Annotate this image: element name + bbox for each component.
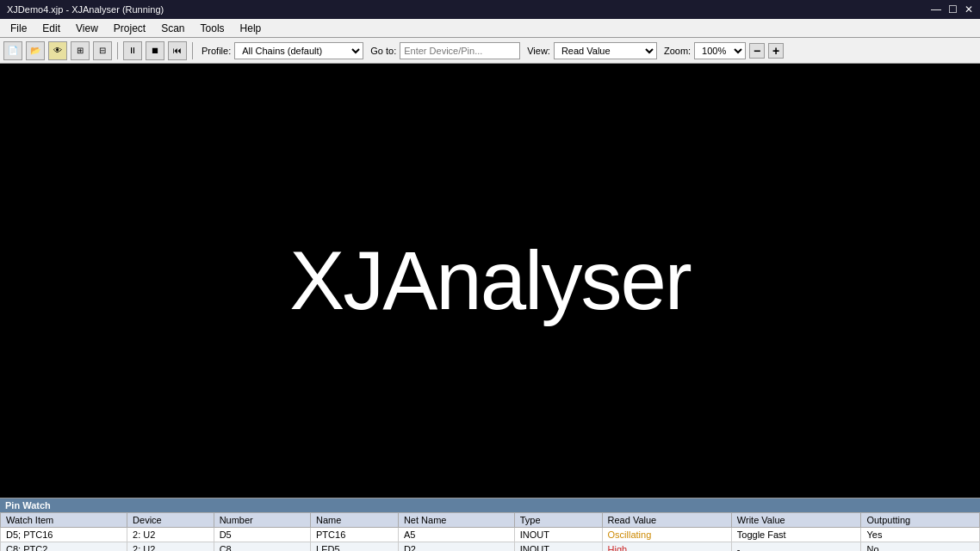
main-area: Chain View ✕ Read Value: High Low Oscill… xyxy=(0,64,980,498)
zoom-select[interactable]: 100% xyxy=(694,42,746,59)
cell-number-1: C8 xyxy=(214,542,310,552)
maximize-btn[interactable]: ☐ xyxy=(948,3,958,15)
menu-view[interactable]: View xyxy=(69,21,105,36)
close-btn[interactable]: ✕ xyxy=(964,3,973,15)
main-toolbar: 📄 📂 👁 ⊞ ⊟ ⏸ ⏹ ⏮ Profile: All Chains (def… xyxy=(0,38,980,64)
goto-label: Go to: xyxy=(370,46,396,56)
pin-watch-panel: Pin Watch Watch Item Device Number Name … xyxy=(0,498,980,551)
pause-btn[interactable]: ⏸ xyxy=(123,41,142,60)
big-overlay: XJAnalyser xyxy=(0,64,980,498)
pin-watch-table: Watch Item Device Number Name Net Name T… xyxy=(0,512,980,551)
col-outputting: Outputting xyxy=(861,513,980,528)
grid-btn[interactable]: ⊟ xyxy=(93,41,112,60)
cell-number-0: D5 xyxy=(214,528,310,542)
app-name-overlay: XJAnalyser xyxy=(289,233,691,328)
cell-name-1: LED5 xyxy=(311,542,399,552)
cell-read_value-0: Oscillating xyxy=(602,528,731,542)
view-label: View: xyxy=(527,46,550,56)
cell-watch_item-1: C8; PTC2 xyxy=(1,542,127,552)
col-number: Number xyxy=(214,513,310,528)
cell-net_name-0: A5 xyxy=(398,528,514,542)
table-row: D5; PTC162: U2D5PTC16A5INOUTOscillatingT… xyxy=(1,528,980,542)
save-btn[interactable]: 👁 xyxy=(48,41,67,60)
cell-outputting-1: No xyxy=(861,542,980,552)
col-net-name: Net Name xyxy=(398,513,514,528)
menubar: File Edit View Project Scan Tools Help xyxy=(0,19,980,38)
cell-name-0: PTC16 xyxy=(311,528,399,542)
menu-file[interactable]: File xyxy=(3,21,34,36)
col-device: Device xyxy=(127,513,214,528)
zoom-label: Zoom: xyxy=(664,46,691,56)
cell-write_value-0: Toggle Fast xyxy=(731,528,861,542)
sep2 xyxy=(192,42,193,59)
cell-watch_item-0: D5; PTC16 xyxy=(1,528,127,542)
minimize-btn[interactable]: — xyxy=(931,3,941,15)
new-btn[interactable]: 📄 xyxy=(3,41,22,60)
title-text: XJDemo4.xjp - XJAnalyser (Running) xyxy=(7,4,164,15)
col-read-value: Read Value xyxy=(602,513,731,528)
view-select[interactable]: Read Value xyxy=(554,42,657,59)
stop-btn[interactable]: ⏹ xyxy=(146,41,164,60)
cell-type-1: INOUT xyxy=(514,542,602,552)
col-type: Type xyxy=(514,513,602,528)
col-name: Name xyxy=(311,513,399,528)
titlebar: XJDemo4.xjp - XJAnalyser (Running) — ☐ ✕ xyxy=(0,0,980,19)
sep1 xyxy=(117,42,118,59)
menu-help[interactable]: Help xyxy=(233,21,269,36)
cell-net_name-1: D2 xyxy=(398,542,514,552)
cell-read_value-1: High xyxy=(602,542,731,552)
cell-device-1: 2: U2 xyxy=(127,542,214,552)
cell-type-0: INOUT xyxy=(514,528,602,542)
profile-select[interactable]: All Chains (default) xyxy=(234,42,363,59)
menu-scan[interactable]: Scan xyxy=(154,21,191,36)
profile-label: Profile: xyxy=(202,46,231,56)
window-controls[interactable]: — ☐ ✕ xyxy=(931,3,973,15)
pin-watch-header: Pin Watch xyxy=(0,498,980,512)
cell-write_value-1: - xyxy=(731,542,861,552)
col-write-value: Write Value xyxy=(731,513,861,528)
rewind-btn[interactable]: ⏮ xyxy=(168,41,187,60)
goto-input[interactable] xyxy=(400,42,520,59)
col-watch-item: Watch Item xyxy=(1,513,127,528)
table-row: C8; PTC22: U2C8LED5D2INOUTHigh-No xyxy=(1,542,980,552)
cell-outputting-0: Yes xyxy=(861,528,980,542)
view-btn[interactable]: ⊞ xyxy=(71,41,90,60)
menu-project[interactable]: Project xyxy=(107,21,152,36)
open-btn[interactable]: 📂 xyxy=(26,41,45,60)
zoom-in-btn[interactable]: + xyxy=(768,43,784,59)
menu-edit[interactable]: Edit xyxy=(35,21,67,36)
menu-tools[interactable]: Tools xyxy=(194,21,232,36)
cell-device-0: 2: U2 xyxy=(127,528,214,542)
zoom-out-btn[interactable]: − xyxy=(749,43,765,59)
